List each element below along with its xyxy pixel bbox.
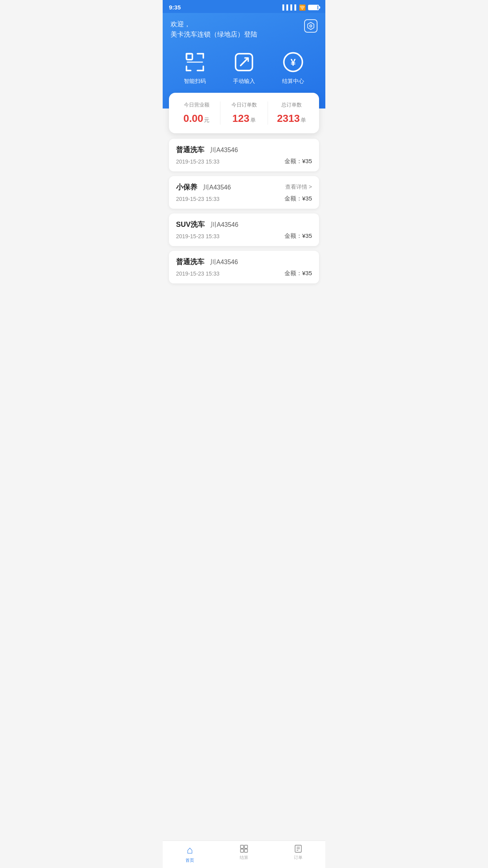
- order-time-3: 2019-15-23 15:33: [176, 270, 220, 277]
- status-icons: ▐▐▐▐ 🛜: [281, 4, 319, 11]
- edit-icon-wrap: [232, 50, 256, 74]
- edit-label: 手动输入: [233, 78, 255, 85]
- order-amount-1: 金额：¥35: [284, 195, 312, 202]
- scan-icon-wrap: [183, 50, 207, 74]
- settings-button[interactable]: [304, 19, 317, 33]
- action-icons: 智能扫码 手动输入 ¥ 结算中心: [171, 50, 317, 85]
- yuan-icon: ¥: [281, 50, 305, 74]
- total-orders-label: 总订单数: [268, 101, 315, 108]
- signal-icon: ▐▐▐▐: [281, 4, 297, 10]
- order-amount-2: 金额：¥35: [284, 232, 312, 240]
- header-top: 欢迎， 美卡洗车连锁（绿地店）登陆: [171, 19, 317, 39]
- scan-label: 智能扫码: [184, 78, 206, 85]
- welcome-line2: 美卡洗车连锁（绿地店）登陆: [171, 29, 257, 40]
- today-orders-value-wrap: 123单: [220, 112, 268, 125]
- order-info-1: 小保养 川A43546: [176, 182, 231, 192]
- order-plate-0: 川A43546: [210, 147, 238, 153]
- order-top-2: SUV洗车 川A43546: [176, 220, 312, 229]
- svg-marker-0: [308, 22, 314, 29]
- order-plate-2: 川A43546: [210, 221, 238, 228]
- today-orders-unit: 单: [250, 117, 256, 123]
- order-card-0[interactable]: 普通洗车 川A43546 2019-15-23 15:33 金额：¥35: [169, 139, 319, 171]
- edit-icon: [232, 50, 256, 74]
- order-top-3: 普通洗车 川A43546: [176, 257, 312, 267]
- order-type-3: 普通洗车: [176, 258, 204, 266]
- battery-icon: [308, 5, 319, 10]
- status-time: 9:35: [169, 4, 181, 11]
- today-orders-value: 123: [232, 112, 249, 124]
- today-revenue-value-wrap: 0.00元: [173, 112, 220, 125]
- order-type-2: SUV洗车: [176, 221, 205, 228]
- order-info-0: 普通洗车 川A43546: [176, 145, 238, 154]
- order-bottom-1: 2019-15-23 15:33 金额：¥35: [176, 195, 312, 202]
- order-detail-link-1[interactable]: 查看详情 >: [285, 184, 312, 191]
- order-info-2: SUV洗车 川A43546: [176, 220, 238, 229]
- order-top-1: 小保养 川A43546 查看详情 >: [176, 182, 312, 192]
- today-orders-label: 今日订单数: [220, 101, 268, 108]
- yuan-label: 结算中心: [282, 78, 304, 85]
- stat-total-orders: 总订单数 2313单: [268, 101, 315, 125]
- action-yuan[interactable]: ¥ 结算中心: [281, 50, 305, 85]
- order-time-0: 2019-15-23 15:33: [176, 158, 220, 165]
- total-orders-value-wrap: 2313单: [268, 112, 315, 125]
- order-time-1: 2019-15-23 15:33: [176, 196, 220, 202]
- order-top-0: 普通洗车 川A43546: [176, 145, 312, 154]
- svg-text:¥: ¥: [290, 57, 295, 68]
- stats-card: 今日营业额 0.00元 今日订单数 123单 总订单数 2313单: [169, 93, 319, 133]
- status-bar: 9:35 ▐▐▐▐ 🛜: [163, 0, 325, 13]
- order-list: 普通洗车 川A43546 2019-15-23 15:33 金额：¥35 小保养…: [163, 139, 325, 283]
- order-bottom-3: 2019-15-23 15:33 金额：¥35: [176, 270, 312, 277]
- wifi-icon: 🛜: [299, 4, 306, 11]
- yuan-icon-wrap: ¥: [281, 50, 305, 74]
- order-type-1: 小保养: [176, 183, 197, 191]
- order-card-1[interactable]: 小保养 川A43546 查看详情 > 2019-15-23 15:33 金额：¥…: [169, 176, 319, 209]
- hexagon-icon: [306, 22, 315, 30]
- action-scan[interactable]: 智能扫码: [183, 50, 207, 85]
- svg-line-14: [240, 59, 247, 65]
- order-bottom-0: 2019-15-23 15:33 金额：¥35: [176, 158, 312, 165]
- order-card-3[interactable]: 普通洗车 川A43546 2019-15-23 15:33 金额：¥35: [169, 251, 319, 283]
- today-revenue-label: 今日营业额: [173, 101, 220, 108]
- action-edit[interactable]: 手动输入: [232, 50, 256, 85]
- order-bottom-2: 2019-15-23 15:33 金额：¥35: [176, 232, 312, 240]
- today-revenue-value: 0.00: [183, 112, 204, 124]
- stat-today-revenue: 今日营业额 0.00元: [173, 101, 220, 125]
- order-plate-3: 川A43546: [210, 259, 238, 265]
- order-info-3: 普通洗车 川A43546: [176, 257, 238, 267]
- welcome-text: 欢迎， 美卡洗车连锁（绿地店）登陆: [171, 19, 257, 39]
- order-card-2[interactable]: SUV洗车 川A43546 2019-15-23 15:33 金额：¥35: [169, 213, 319, 246]
- order-time-2: 2019-15-23 15:33: [176, 233, 220, 239]
- order-plate-1: 川A43546: [203, 184, 231, 191]
- welcome-line1: 欢迎，: [171, 19, 257, 29]
- svg-rect-2: [187, 54, 193, 60]
- svg-point-1: [310, 25, 312, 27]
- order-amount-0: 金额：¥35: [284, 158, 312, 165]
- content-area: 今日营业额 0.00元 今日订单数 123单 总订单数 2313单 普通洗车 川…: [163, 93, 325, 320]
- stat-today-orders: 今日订单数 123单: [220, 101, 268, 125]
- order-amount-3: 金额：¥35: [284, 270, 312, 277]
- today-revenue-unit: 元: [204, 117, 209, 123]
- total-orders-value: 2313: [277, 112, 300, 124]
- scan-icon: [183, 50, 207, 74]
- total-orders-unit: 单: [301, 117, 306, 123]
- order-type-0: 普通洗车: [176, 146, 204, 154]
